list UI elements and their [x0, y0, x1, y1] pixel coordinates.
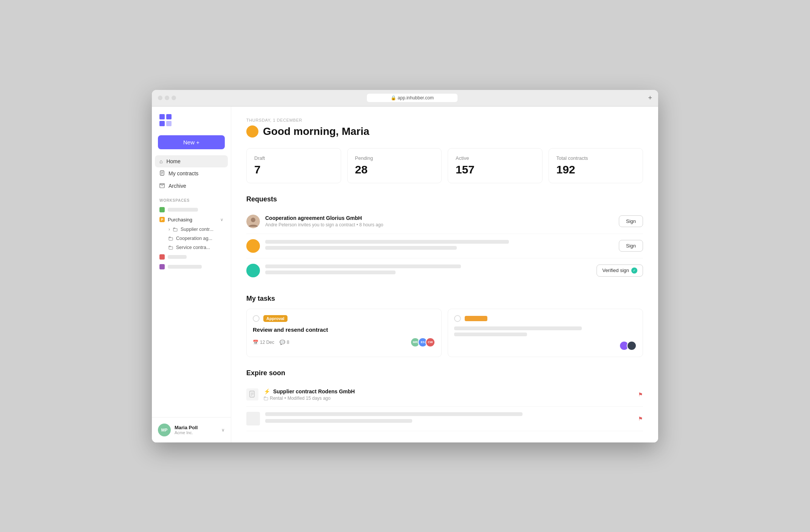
- tasks-title: My tasks: [246, 295, 643, 303]
- verified-sign-label: Verified sign: [602, 268, 629, 273]
- workspace-name-placeholder-1: [168, 208, 198, 212]
- sub-item-supplier-contracts[interactable]: › Supplier contr...: [164, 225, 225, 234]
- request-placeholder-title-2: [265, 240, 509, 244]
- expand-icon: ›: [168, 227, 170, 232]
- request-placeholder-sub-3: [265, 271, 396, 274]
- task-card-2: [448, 309, 643, 357]
- workspace-name-purchasing: Purchasing: [168, 217, 217, 223]
- expire-doc-icon-1: [246, 388, 258, 401]
- browser-window: 🔒 app.inhubber.com + New + ⌂: [152, 90, 658, 442]
- sub-item-cooperation-label: Cooperation ag...: [176, 236, 212, 241]
- new-button-label: New +: [183, 139, 199, 145]
- task-checkbox-2[interactable]: [454, 315, 461, 322]
- request-info-3: [265, 264, 591, 277]
- sign-button-2[interactable]: Sign: [619, 240, 643, 252]
- sidebar-item-archive-label: Archive: [168, 183, 186, 189]
- task-badge-2: [465, 316, 487, 321]
- expire-warning-icon: ⚡: [264, 388, 270, 394]
- task-badge-1: Approval: [263, 315, 288, 322]
- sidebar-item-archive[interactable]: Archive: [155, 180, 228, 192]
- new-button[interactable]: New +: [158, 135, 225, 149]
- task-date-1: 📅 12 Dec: [253, 340, 274, 345]
- workspace-item-1[interactable]: [155, 205, 228, 215]
- task-meta-2: [454, 341, 637, 351]
- request-info-1: Cooperation agreement Glorius GmbH Andre…: [265, 215, 614, 227]
- traffic-lights: [158, 96, 176, 100]
- traffic-light-minimize: [165, 96, 169, 100]
- archive-icon: [159, 183, 165, 189]
- task-card-1: Approval Review and resend contract 📅 12…: [246, 309, 442, 357]
- sign-button-1[interactable]: Sign: [619, 215, 643, 227]
- task-comments-1: 💬 8: [280, 340, 289, 345]
- sub-item-service[interactable]: Service contra...: [164, 243, 225, 252]
- sidebar-item-my-contracts[interactable]: My contracts: [155, 167, 228, 180]
- workspace-item-purchasing[interactable]: P Purchasing ∨: [155, 215, 228, 225]
- task-checkbox-1[interactable]: [253, 315, 260, 322]
- stat-label-total: Total contracts: [556, 155, 635, 161]
- contracts-icon: [159, 170, 165, 177]
- sidebar-footer[interactable]: MP Maria Poll Acme Inc. ∨: [152, 417, 231, 442]
- expire-doc-placeholder-2: [246, 412, 260, 425]
- sidebar-logo: [152, 114, 231, 135]
- requests-title: Requests: [246, 195, 643, 203]
- footer-user-info: Maria Poll Acme Inc.: [175, 425, 218, 435]
- tasks-section: My tasks Approval Review and resend cont…: [246, 295, 643, 357]
- stat-value-pending: 28: [355, 163, 434, 176]
- workspace-dot-purchasing: P: [159, 217, 165, 222]
- task-comment-count-1: 8: [287, 340, 289, 345]
- request-info-2: [265, 240, 614, 252]
- tasks-grid: Approval Review and resend contract 📅 12…: [246, 309, 643, 357]
- verified-sign-button[interactable]: Verified sign ✓: [597, 264, 643, 277]
- request-item-1: Cooperation agreement Glorius GmbH Andre…: [246, 209, 643, 234]
- expire-sub-placeholder-2: [265, 419, 412, 423]
- task-avatar-cw: CW: [425, 337, 435, 347]
- request-placeholder-sub-2: [265, 246, 457, 250]
- footer-chevron-icon: ∨: [221, 427, 225, 433]
- user-avatar: MP: [158, 424, 171, 436]
- request-placeholder-title-3: [265, 264, 461, 268]
- workspace-list: P Purchasing ∨ › Supplier contr... Coope…: [152, 205, 231, 272]
- task-date-value-1: 12 Dec: [260, 340, 274, 345]
- traffic-light-maximize: [172, 96, 176, 100]
- expire-item-2: ⚑: [246, 407, 643, 431]
- svg-rect-0: [159, 114, 165, 119]
- stat-label-draft: Draft: [254, 155, 333, 161]
- expire-subtitle-1: Rental • Modified 15 days ago: [264, 396, 633, 401]
- expire-meta-separator: •: [284, 396, 286, 401]
- expire-info-2: [265, 412, 633, 425]
- app-logo: [159, 114, 172, 126]
- sub-item-cooperation[interactable]: Cooperation ag...: [164, 234, 225, 243]
- address-bar: 🔒 app.inhubber.com: [176, 94, 648, 102]
- app-body: New + ⌂ Home My contracts Arch: [152, 107, 658, 442]
- new-tab-button[interactable]: +: [648, 94, 652, 102]
- footer-user-name: Maria Poll: [175, 425, 218, 430]
- sidebar-item-home[interactable]: ⌂ Home: [155, 155, 228, 167]
- workspaces-label: WORKSPACES: [152, 192, 231, 205]
- expire-title-placeholder-2: [265, 412, 522, 416]
- main-content: THURSDAY, 1 DECEMBER Good morning, Maria…: [231, 107, 658, 442]
- sidebar-nav: ⌂ Home My contracts Archive: [152, 155, 231, 192]
- stat-label-pending: Pending: [355, 155, 434, 161]
- expire-title: Expire soon: [246, 369, 643, 377]
- stat-card-draft: Draft 7: [246, 148, 341, 183]
- svg-rect-1: [166, 114, 172, 119]
- address-bar-inner[interactable]: 🔒 app.inhubber.com: [367, 94, 458, 102]
- lock-icon: 🔒: [391, 95, 396, 101]
- person-avatar-svg: [246, 215, 260, 228]
- request-avatar-3: [246, 264, 260, 277]
- date-label: THURSDAY, 1 DECEMBER: [246, 118, 643, 122]
- sub-items: › Supplier contr... Cooperation ag... Se…: [155, 225, 228, 252]
- verified-check-icon: ✓: [631, 268, 637, 274]
- folder-icon-2: [168, 236, 173, 241]
- svg-point-12: [251, 218, 255, 222]
- stat-card-active: Active 157: [448, 148, 543, 183]
- task-title-placeholder-2: [454, 326, 582, 330]
- greeting-avatar: [246, 125, 258, 138]
- request-avatar-1: [246, 215, 260, 228]
- comment-icon: 💬: [280, 340, 285, 345]
- svg-rect-2: [159, 121, 165, 126]
- request-subtitle-1: Andre Peterson invites you to sign a con…: [265, 222, 614, 227]
- sub-item-supplier-label: Supplier contr...: [181, 227, 213, 232]
- workspace-item-4[interactable]: [155, 262, 228, 272]
- workspace-item-3[interactable]: [155, 252, 228, 262]
